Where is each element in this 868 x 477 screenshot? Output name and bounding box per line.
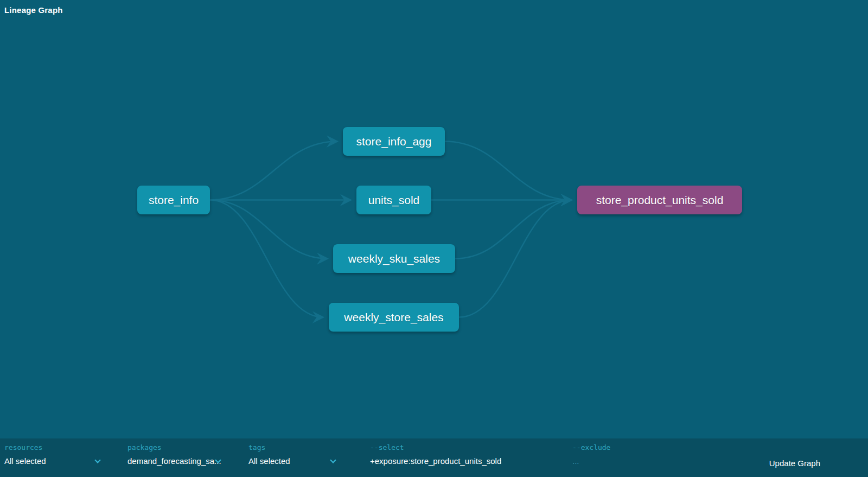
lineage-canvas[interactable]: store_infostore_info_aggunits_soldweekly… [0,0,868,438]
packages-dropdown[interactable]: demand_forecasting_sa... [127,456,228,466]
chevron-down-icon [94,457,100,463]
graph-edge-store_info-to-weekly_store_sales [210,200,323,317]
exclude-label: --exclude [572,443,708,451]
graph-node-weekly_sku_sales[interactable]: weekly_sku_sales [333,244,455,273]
graph-edge-store_info_agg-to-store_product_units_sold [445,142,572,200]
select-label: --select [370,443,549,451]
graph-node-store_info[interactable]: store_info [137,186,210,214]
filter-field-select: --select +exposure:store_product_units_s… [370,443,549,466]
graph-edge-store_info-to-store_info_agg [210,142,337,200]
packages-label: packages [127,443,228,451]
exclude-input[interactable]: ... [572,456,708,466]
packages-value: demand_forecasting_sa... [127,456,221,466]
update-graph-button[interactable]: Update Graph [769,459,820,468]
tags-value: All selected [248,456,290,466]
graph-node-store_info_agg[interactable]: store_info_agg [343,127,445,156]
filter-field-packages: packages demand_forecasting_sa... [127,443,228,466]
edge-layer [0,0,868,438]
graph-edge-weekly_sku_sales-to-store_product_units_sold [455,200,572,259]
chevron-down-icon [330,457,336,463]
select-input[interactable]: +exposure:store_product_units_sold [370,456,549,466]
tags-dropdown[interactable]: All selected [248,456,335,466]
tags-label: tags [248,443,335,451]
graph-edge-store_info-to-weekly_sku_sales [210,200,328,259]
filter-field-exclude: --exclude ... [572,443,708,466]
filter-field-tags: tags All selected [248,443,335,466]
graph-node-weekly_store_sales[interactable]: weekly_store_sales [329,303,459,332]
graph-node-units_sold[interactable]: units_sold [356,186,431,214]
filter-field-resources: resources All selected [4,443,100,466]
graph-node-store_product_units_sold[interactable]: store_product_units_sold [577,186,742,214]
resources-dropdown[interactable]: All selected [4,456,100,466]
graph-edge-weekly_store_sales-to-store_product_units_sold [459,200,572,317]
filter-bar: resources All selected packages demand_f… [0,438,868,477]
resources-label: resources [4,443,100,451]
resources-value: All selected [4,456,46,466]
